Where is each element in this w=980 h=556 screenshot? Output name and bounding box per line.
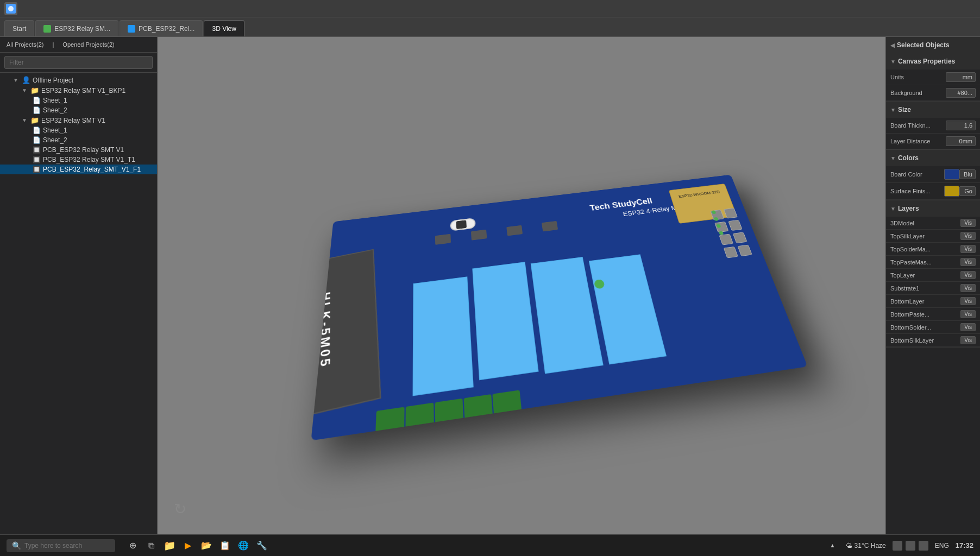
tree-pcb-v1-t1-label: PCB_ESP32 Relay SMT V1_T1 — [43, 156, 135, 163]
layer-toplayer-vis-btn[interactable]: Vis — [960, 271, 976, 279]
ic-2 — [471, 230, 487, 241]
size-label: Size — [898, 106, 911, 113]
board-color-value[interactable]: Blu — [959, 169, 976, 179]
units-value[interactable]: mm — [946, 72, 976, 82]
tree-esp32-v1[interactable]: ▼ 📁 ESP32 Relay SMT V1 — [0, 115, 157, 125]
tree-offline-root[interactable]: ▼ 👤 Offline Project — [0, 75, 157, 85]
tab-start[interactable]: Start — [4, 20, 34, 36]
surface-finish-swatch[interactable] — [944, 186, 959, 197]
tab-pcb-esp32-rel[interactable]: PCB_ESP32_Rel... — [120, 20, 203, 36]
tree-pcb-v1-label: PCB_ESP32 Relay SMT V1 — [43, 146, 124, 154]
layer-3dmodel-vis-btn[interactable]: Vis — [960, 219, 976, 227]
tree-sheet2-v1-label: Sheet_2 — [43, 136, 67, 144]
taskbar-app1-icon[interactable]: 📋 — [218, 539, 231, 552]
background-label: Background — [890, 90, 946, 96]
canvas-properties-label: Canvas Properties — [898, 58, 955, 65]
top-bar — [0, 0, 980, 17]
layer-toppastemaster: TopPasteMas... Vis — [886, 256, 980, 269]
relay-1 — [413, 276, 474, 396]
layer-bottomsilk-vis-btn[interactable]: Vis — [960, 336, 976, 344]
layer-bottomlayer-vis-btn[interactable]: Vis — [960, 297, 976, 305]
taskbar-taskview-icon[interactable]: ⧉ — [145, 539, 158, 552]
toggle-area — [450, 218, 476, 231]
board-thickness-value[interactable]: 1.6 — [946, 121, 976, 130]
rotate-icon[interactable]: ↻ — [174, 500, 186, 518]
layer-topsilk-vis-btn[interactable]: Vis — [960, 232, 976, 240]
layer-distance-value[interactable]: 0mm — [946, 136, 976, 146]
tree-sheet2-bkp[interactable]: 📄 Sheet_2 — [0, 105, 157, 115]
layer-bottomsilk: BottomSilkLayer Vis — [886, 334, 980, 347]
pcb-viewport: HLK-5M05 — [158, 37, 885, 534]
tab-3d-view[interactable]: 3D View — [204, 20, 244, 36]
board-color-swatch[interactable] — [944, 169, 959, 180]
tree-sheet1-v1[interactable]: 📄 Sheet_1 — [0, 125, 157, 135]
terminal-4 — [464, 394, 493, 421]
weather-display: 🌤 31°C Haze — [846, 542, 886, 549]
layers-section: ▼ Layers 3DModel Vis TopSilkLayer Vis To… — [886, 200, 980, 348]
background-row: Background #80... — [886, 85, 980, 101]
center-canvas[interactable]: HLK-5M05 — [158, 37, 885, 534]
all-projects-tab[interactable]: All Projects(2) — [4, 40, 46, 49]
battery-icon — [919, 541, 928, 551]
tree-sheet1-bkp-label: Sheet_1 — [43, 97, 67, 104]
layers-header[interactable]: ▼ Layers — [886, 200, 980, 217]
layer-bottomsolder-vis-btn[interactable]: Vis — [960, 323, 976, 331]
tree-sheet2-v1[interactable]: 📄 Sheet_2 — [0, 135, 157, 145]
size-header[interactable]: ▼ Size — [886, 102, 980, 118]
pcb-3d-board: HLK-5M05 — [311, 175, 807, 441]
tree-pcb-v1-f1[interactable]: 🔲 PCB_ESP32_Relay_SMT_V1_F1 — [0, 165, 157, 174]
relay-4 — [589, 254, 667, 364]
weather-text: 31°C Haze — [855, 542, 886, 549]
taskbar-chrome-icon[interactable]: 🌐 — [237, 539, 250, 552]
colors-header[interactable]: ▼ Colors — [886, 150, 980, 166]
tab-esp32-relay-sm-icon — [43, 25, 51, 33]
tree-pcb-v1[interactable]: 🔲 PCB_ESP32 Relay SMT V1 — [0, 145, 157, 155]
layer-toppastemaster-vis-btn[interactable]: Vis — [960, 258, 976, 266]
opened-projects-tab[interactable]: Opened Projects(2) — [60, 40, 116, 49]
tree-offline-label: Offline Project — [33, 77, 73, 84]
layer-bottomsolder: BottomSolder... Vis — [886, 321, 980, 334]
folder-icon-bkp1: 📁 — [30, 86, 39, 94]
layer-bottompaste-vis-btn[interactable]: Vis — [960, 310, 976, 318]
layer-topsilk: TopSilkLayer Vis — [886, 230, 980, 243]
tree-esp32-v1-label: ESP32 Relay SMT V1 — [41, 117, 105, 124]
taskbar-vlc-icon[interactable]: ▶ — [181, 539, 194, 552]
layer-topsoldermask-vis-btn[interactable]: Vis — [960, 245, 976, 253]
tree-esp32-bkp1-label: ESP32 Relay SMT V1_BKP1 — [41, 87, 125, 94]
board-thickness-label: Board Thickn... — [890, 122, 946, 129]
background-value[interactable]: #80... — [946, 88, 976, 98]
tree-pcb-v1-f1-label: PCB_ESP32_Relay_SMT_V1_F1 — [43, 166, 141, 173]
app-icon — [4, 2, 17, 15]
terminal-2 — [405, 403, 434, 430]
tab-esp32-relay-sm[interactable]: ESP32 Relay SM... — [35, 20, 118, 36]
ic-4 — [542, 221, 558, 232]
layer-distance-label: Layer Distance — [890, 138, 946, 144]
layer-substrate1-vis-btn[interactable]: Vis — [960, 284, 976, 292]
filter-input[interactable] — [4, 56, 153, 69]
tab-esp32-relay-sm-label: ESP32 Relay SM... — [54, 25, 110, 33]
sheet-icon-2: 📄 — [33, 106, 41, 114]
colors-label: Colors — [898, 154, 919, 162]
language-indicator: ENG — [935, 542, 949, 549]
taskbar-explorer-icon[interactable]: 📁 — [163, 539, 176, 552]
pcb-icon-v1-f1: 🔲 — [33, 166, 41, 173]
hlk-module: HLK-5M05 — [311, 249, 381, 426]
taskbar-search-input[interactable] — [24, 542, 106, 549]
canvas-properties-header[interactable]: ▼ Canvas Properties — [886, 53, 980, 70]
board-color-label: Board Color — [890, 171, 944, 178]
taskbar-app2-icon[interactable]: 🔧 — [255, 539, 268, 552]
tree-sheet1-v1-label: Sheet_1 — [43, 127, 67, 134]
tab-pcb-esp32-rel-icon — [128, 25, 135, 33]
sys-up-arrow-icon[interactable]: ▲ — [826, 539, 839, 552]
taskbar-cortana-icon[interactable]: ⊕ — [126, 539, 139, 552]
taskbar-files-icon[interactable]: 📂 — [200, 539, 213, 552]
selected-objects-header[interactable]: ◀ Selected Objects — [886, 37, 980, 53]
tree-pcb-v1-t1[interactable]: 🔲 PCB_ESP32 Relay SMT V1_T1 — [0, 155, 157, 165]
tree-sheet1-bkp[interactable]: 📄 Sheet_1 — [0, 96, 157, 105]
relay-2 — [472, 262, 538, 380]
size-section: ▼ Size Board Thickn... 1.6 Layer Distanc… — [886, 102, 980, 150]
main-area: All Projects(2) | Opened Projects(2) ▼ 👤… — [0, 37, 980, 534]
tree-esp32-bkp1[interactable]: ▼ 📁 ESP32 Relay SMT V1_BKP1 — [0, 85, 157, 96]
clock: 17:32 — [956, 541, 973, 549]
surface-finish-value[interactable]: Go — [959, 186, 976, 196]
